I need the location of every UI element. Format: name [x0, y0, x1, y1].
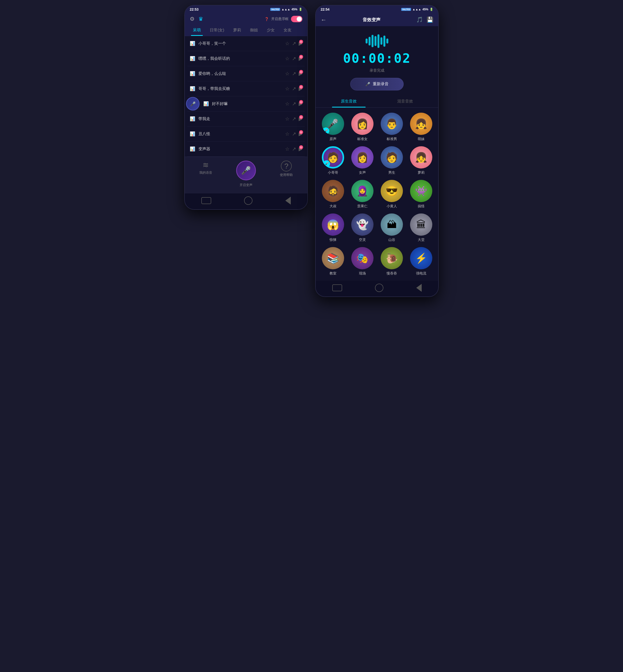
voice-item-2[interactable]: 📊 嘿嘿，我会听话的 ☆ ↗ ▶ 新 — [187, 51, 305, 66]
effect-funny[interactable]: 👾 搞怪 — [408, 180, 435, 208]
star-icon-1[interactable]: ☆ — [285, 40, 290, 47]
nav-help[interactable]: ? 使用帮助 — [280, 160, 293, 187]
voice-item-5[interactable]: 🎤 📊 好不好嘛 ☆ ↗ ▶ 新 — [187, 96, 305, 111]
effect-little-bro[interactable]: 🧑 🎤 小哥哥 — [319, 146, 346, 175]
effect-live[interactable]: 🎭 现场 — [349, 247, 376, 276]
tab-shaonv[interactable]: 少女 — [262, 25, 279, 36]
effect-horror[interactable]: 😱 惊悚 — [319, 213, 346, 242]
effect-avatar-class: 📚 — [322, 247, 344, 269]
app-header-1: ⚙ ♛ ❓ 开启悬浮框 — [185, 13, 307, 25]
voice-item-8[interactable]: 📊 变声器 ☆ ↗ ▶ 新 — [187, 142, 305, 157]
effect-valley[interactable]: 🏔 山谷 — [378, 213, 405, 242]
effect-electric[interactable]: ⚡ 强电流 — [408, 247, 435, 276]
tab-daily-female[interactable]: 日常(女) — [205, 25, 229, 36]
effect-hall[interactable]: 🏛 大堂 — [408, 213, 435, 242]
voice-item-7[interactable]: 📊 丑八怪 ☆ ↗ ▶ 新 — [187, 126, 305, 142]
star-icon-2[interactable]: ☆ — [285, 56, 290, 61]
save-icon[interactable]: 💾 — [426, 17, 433, 23]
effect-meng-mei[interactable]: 👧 萌妹 — [408, 113, 435, 141]
phone-2: 22:54 VoLTE2 ▲▲▲ 45% 🔋 ← 音效变声 🎵 💾 — [315, 5, 439, 297]
playlist-icon[interactable]: 🎵 — [416, 17, 423, 23]
share-icon-5[interactable]: ↗ — [292, 101, 296, 107]
mic-overlay-lb: 🎤 — [323, 160, 330, 167]
voice-item-4[interactable]: 📊 哥哥，带我去买糖 ☆ ↗ ▶ 新 — [187, 81, 305, 96]
effect-avatar-ll: 👧 — [410, 146, 432, 169]
android-square-btn-2[interactable] — [332, 284, 342, 291]
nav-my-voice[interactable]: ≋ 我的语音 — [199, 160, 212, 187]
bottom-nav-1: ≋ 我的语音 🎤 开启变声 ? 使用帮助 — [185, 157, 307, 194]
effect-name-horror: 惊悚 — [329, 238, 336, 242]
star-icon-8[interactable]: ☆ — [285, 146, 290, 152]
voice-item-3[interactable]: 📊 爱你哟，么么哒 ☆ ↗ ▶ 新 — [187, 66, 305, 81]
android-home-btn-2[interactable] — [375, 284, 383, 292]
voice-name-3: 爱你哟，么么哒 — [198, 71, 283, 76]
tab-luoli[interactable]: 萝莉 — [229, 25, 245, 36]
effect-ethereal[interactable]: 👻 空灵 — [349, 213, 376, 242]
android-back-btn-2[interactable] — [416, 284, 422, 292]
star-icon-5[interactable]: ☆ — [285, 101, 290, 107]
gear-icon[interactable]: ⚙ — [190, 16, 195, 22]
effect-name-live: 现场 — [359, 271, 366, 276]
effect-avatar-lb: 🧑 🎤 — [322, 146, 344, 169]
battery-icon-2: 🔋 — [429, 8, 433, 11]
new-dot-7: 新 — [299, 130, 303, 134]
back-button[interactable]: ← — [321, 16, 327, 23]
effect-avatar-original: 🎤 🎤 — [322, 113, 344, 135]
share-icon-3[interactable]: ↗ — [292, 71, 296, 77]
share-icon-6[interactable]: ↗ — [292, 116, 296, 122]
voice-name-8: 变声器 — [198, 147, 283, 152]
share-icon-4[interactable]: ↗ — [292, 86, 296, 92]
phones-container: 22:53 VoLTE2 ▲▲▲ 45% 🔋 ⚙ ♛ ❓ 开启悬浮框 呆萌 日常 — [184, 5, 439, 297]
share-icon-8[interactable]: ↗ — [292, 146, 296, 152]
waveform-nav-icon: ≋ — [203, 160, 209, 169]
effect-standard-male[interactable]: 👨 标准男 — [378, 113, 405, 141]
share-icon-7[interactable]: ↗ — [292, 131, 296, 137]
effect-female-voice[interactable]: 👩 女声 — [349, 146, 376, 175]
star-icon-6[interactable]: ☆ — [285, 116, 290, 122]
floating-toggle[interactable] — [291, 16, 302, 22]
wave-bar-1 — [365, 38, 367, 43]
voice-name-2: 嘿嘿，我会听话的 — [198, 56, 283, 61]
effect-luoli[interactable]: 👧 萝莉 — [408, 146, 435, 175]
effect-minion[interactable]: 😎 小黄人 — [378, 180, 405, 208]
crown-icon[interactable]: ♛ — [198, 16, 203, 22]
tab-mixed-effects[interactable]: 混音音效 — [377, 95, 433, 108]
status-bar-1: 22:53 VoLTE2 ▲▲▲ 45% 🔋 — [185, 5, 307, 13]
share-icon-2[interactable]: ↗ — [292, 56, 296, 61]
star-icon-7[interactable]: ☆ — [285, 131, 290, 137]
tab-yujie[interactable]: 御姐 — [245, 25, 262, 36]
wave-bar-2 — [368, 37, 370, 46]
share-icon-1[interactable]: ↗ — [292, 40, 296, 47]
effect-avatar-hall: 🏛 — [410, 213, 432, 236]
voice-item-1[interactable]: 📊 小哥哥，笑一个 ☆ ↗ ▶ 新 — [187, 36, 305, 51]
effect-male-youth[interactable]: 🧑 男生 — [378, 146, 405, 175]
recorder-area: 00:00:02 录音完成 🎤 重新录音 — [316, 26, 438, 95]
star-icon-4[interactable]: ☆ — [285, 86, 290, 92]
re-record-button[interactable]: 🎤 重新录音 — [350, 78, 404, 90]
tab-girlfriend[interactable]: 女友 — [279, 25, 296, 36]
effect-original[interactable]: 🎤 🎤 原声 — [319, 113, 346, 141]
effect-uncle[interactable]: 🧔 大叔 — [319, 180, 346, 208]
voice-item-6[interactable]: 📊 带我走 ☆ ↗ ▶ 新 — [187, 111, 305, 126]
effect-classroom[interactable]: 📚 教室 — [319, 247, 346, 276]
re-record-label: 重新录音 — [373, 82, 389, 87]
star-icon-3[interactable]: ☆ — [285, 71, 290, 77]
tab-original-effects[interactable]: 原生音效 — [321, 95, 377, 108]
nav-start-change[interactable]: 🎤 开启变声 — [236, 160, 256, 187]
effect-avatar-my: 🧑 — [381, 146, 403, 169]
wave-bar-7 — [383, 36, 385, 47]
waveform-icon-6: 📊 — [190, 116, 196, 121]
time-1: 22:53 — [190, 7, 199, 11]
nav-help-label: 使用帮助 — [280, 173, 293, 177]
effect-avatar-fg: 🧕 — [351, 180, 374, 202]
effect-foreigner[interactable]: 🧕 歪果仁 — [349, 180, 376, 208]
android-back-btn-1[interactable] — [285, 197, 291, 205]
android-home-btn-1[interactable] — [244, 197, 253, 205]
effect-standard-female[interactable]: 👩 标准女 — [349, 113, 376, 141]
effect-slow[interactable]: 🐌 慢吞吞 — [378, 247, 405, 276]
effect-avatar-minion: 😎 — [381, 180, 403, 202]
android-square-btn-1[interactable] — [201, 197, 211, 204]
tab-duomeng[interactable]: 呆萌 — [188, 25, 205, 36]
effect-avatar-slow: 🐌 — [381, 247, 403, 269]
topbar-icons: 🎵 💾 — [416, 17, 433, 23]
